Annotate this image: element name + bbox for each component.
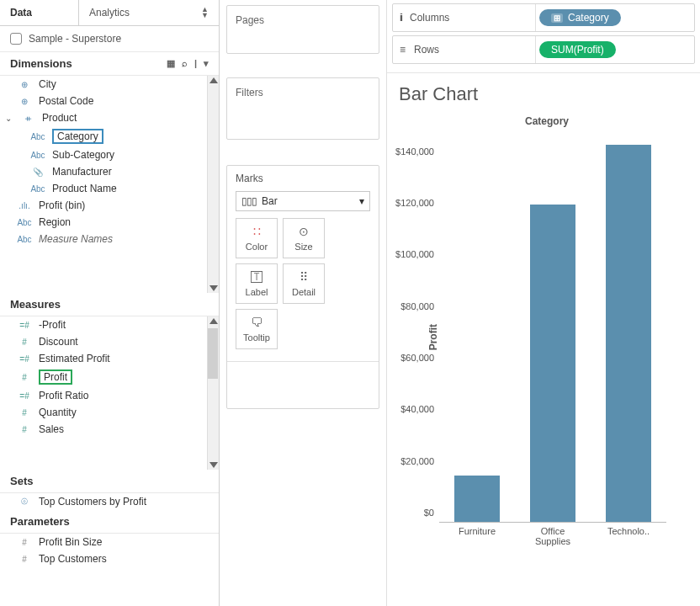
marks-size-button[interactable]: ⊙Size <box>283 218 325 258</box>
abc-icon: Abc <box>15 218 34 227</box>
dimension-product-name[interactable]: AbcProduct Name <box>0 180 219 197</box>
measure-quantity[interactable]: #Quantity <box>0 404 219 421</box>
marks-drop-area[interactable] <box>227 361 379 408</box>
set-top-customers[interactable]: ⦾Top Customers by Profit <box>0 493 219 510</box>
measure-neg-profit[interactable]: =#-Profit <box>0 316 219 333</box>
dimension-city[interactable]: ⊕City <box>0 76 219 93</box>
field-label: Profit Bin Size <box>39 536 102 548</box>
y-tick-label: $0 <box>424 508 439 518</box>
sets-header: Sets <box>0 470 219 493</box>
parameters-title: Parameters <box>10 515 70 528</box>
scroll-thumb[interactable] <box>208 328 218 379</box>
measure-profit[interactable]: #Profit <box>0 367 219 387</box>
dimensions-scrollbar[interactable] <box>207 76 219 293</box>
filters-shelf[interactable]: Filters <box>226 77 379 140</box>
field-label: Profit (bin) <box>39 199 85 211</box>
field-label: -Profit <box>39 319 66 331</box>
abc-icon: Abc <box>29 184 47 194</box>
number-icon: # <box>15 408 34 417</box>
dimension-region[interactable]: AbcRegion <box>0 214 219 231</box>
y-axis-label[interactable]: Profit <box>427 324 439 350</box>
field-label: Profit Ratio <box>39 390 88 401</box>
mark-type-dropdown[interactable]: ▯▯▯Bar ▾ <box>236 191 370 211</box>
x-tick-label: Technolo.. <box>599 526 658 546</box>
marks-color-button[interactable]: ∷Color <box>236 218 278 258</box>
expand-icon: ⊞ <box>551 13 563 23</box>
marks-label-button[interactable]: 🅃Label <box>236 263 278 304</box>
mark-type-label: Bar <box>262 195 278 207</box>
y-tick-label: $60,000 <box>400 353 439 363</box>
x-tick-label: OfficeSupplies <box>523 526 582 546</box>
field-label: Quantity <box>39 407 77 418</box>
sets-title: Sets <box>10 475 33 487</box>
set-icon: ⦾ <box>15 497 34 507</box>
detail-icon: ⠿ <box>300 270 308 284</box>
pages-shelf[interactable]: Pages <box>226 5 379 54</box>
columns-label: Columns <box>410 12 449 24</box>
number-icon: =# <box>15 321 34 330</box>
columns-shelf[interactable]: iiiColumns ⊞Category <box>392 3 695 32</box>
x-tick-label: Furniture <box>448 526 506 546</box>
search-icon[interactable]: ⌕ <box>182 58 188 69</box>
dimension-postal-code[interactable]: ⊕Postal Code <box>0 93 219 109</box>
dimension-manufacturer[interactable]: 📎Manufacturer <box>0 163 219 180</box>
parameters-header: Parameters <box>0 510 219 534</box>
field-label: City <box>39 78 56 90</box>
measure-discount[interactable]: #Discount <box>0 333 219 350</box>
tab-analytics[interactable]: Analytics ▲▼ <box>79 0 219 25</box>
dimension-sub-category[interactable]: AbcSub-Category <box>0 146 219 163</box>
clip-icon: 📎 <box>29 167 47 177</box>
number-icon: =# <box>15 391 34 401</box>
mark-btn-label: Label <box>246 287 268 297</box>
scroll-down-icon[interactable] <box>209 285 218 291</box>
chevron-down-icon: ▾ <box>359 195 364 207</box>
rows-pill-sum-profit[interactable]: SUM(Profit) <box>539 41 616 58</box>
field-label: Product <box>42 112 77 124</box>
measures-scrollbar[interactable] <box>207 316 219 470</box>
field-label: Top Customers by Profit <box>39 496 146 508</box>
globe-icon: ⊕ <box>15 80 34 89</box>
rows-shelf[interactable]: ≡Rows SUM(Profit) <box>392 35 695 64</box>
scroll-up-icon[interactable] <box>209 318 218 324</box>
number-icon: # <box>15 555 34 564</box>
view-grid-icon[interactable]: ▦ <box>167 58 175 69</box>
tab-data[interactable]: Data <box>0 0 79 25</box>
y-tick-label: $20,000 <box>400 456 439 466</box>
scroll-down-icon[interactable] <box>209 462 218 468</box>
mark-btn-label: Tooltip <box>243 332 270 343</box>
dimension-category[interactable]: AbcCategory <box>0 126 219 146</box>
bar-technolo-[interactable] <box>606 145 651 522</box>
chevron-down-icon: ⌄ <box>5 114 13 123</box>
field-label: Top Customers <box>39 553 107 565</box>
field-label: Discount <box>39 336 78 348</box>
worksheet-title[interactable]: Bar Chart <box>399 83 695 105</box>
measure-sales[interactable]: #Sales <box>0 421 219 438</box>
menu-caret-icon[interactable]: ▾ <box>204 58 209 69</box>
color-icon: ∷ <box>253 225 261 238</box>
dimension-measure-names[interactable]: AbcMeasure Names <box>0 231 219 247</box>
field-label: Measure Names <box>39 233 113 245</box>
x-ticks: FurnitureOfficeSuppliesTechnolo.. <box>439 526 666 546</box>
bar-furniture[interactable] <box>454 476 500 522</box>
marks-tooltip-button[interactable]: 🗨Tooltip <box>236 309 278 349</box>
y-tick-label: $100,000 <box>395 249 439 259</box>
field-label: Category <box>52 129 103 144</box>
plot-area[interactable]: FurnitureOfficeSuppliesTechnolo.. $0$20,… <box>439 136 666 540</box>
marks-detail-button[interactable]: ⠿Detail <box>283 263 325 304</box>
param-top-customers[interactable]: #Top Customers <box>0 550 219 567</box>
columns-pill-category[interactable]: ⊞Category <box>539 9 621 26</box>
measure-profit-ratio[interactable]: =#Profit Ratio <box>0 387 219 404</box>
datasource-row[interactable]: Sample - Superstore <box>0 26 219 52</box>
bin-icon: .ılı. <box>15 201 34 210</box>
updown-icon: ▲▼ <box>201 7 209 19</box>
bars-group <box>439 136 666 523</box>
marks-card: Marks ▯▯▯Bar ▾ ∷Color ⊙Size 🅃Label ⠿Deta… <box>226 165 379 409</box>
number-icon: # <box>15 538 34 547</box>
dimension-profit-bin[interactable]: .ılı.Profit (bin) <box>0 197 219 214</box>
measure-estimated-profit[interactable]: =#Estimated Profit <box>0 350 219 367</box>
bar-office-supplies[interactable] <box>530 205 575 522</box>
param-profit-bin-size[interactable]: #Profit Bin Size <box>0 534 219 550</box>
dimension-product-hierarchy[interactable]: ⌄ᚑProduct <box>0 109 219 126</box>
scroll-up-icon[interactable] <box>209 77 218 83</box>
field-label: Profit <box>39 369 72 385</box>
